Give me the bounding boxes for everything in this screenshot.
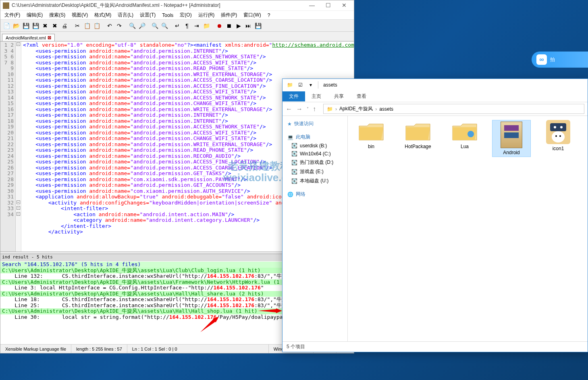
closeall-icon[interactable]: ✖ xyxy=(50,21,59,30)
tree-this-pc[interactable]: 💻此电脑 xyxy=(284,132,346,142)
tab-androidmanifest[interactable]: AndroidManifest.xml ⊠ xyxy=(2,34,55,41)
back-button[interactable]: ← xyxy=(286,105,292,113)
forward-button[interactable]: → xyxy=(296,105,303,113)
recent-dropdown[interactable]: ˅ xyxy=(307,107,309,111)
cut-icon[interactable]: ✂ xyxy=(73,21,82,30)
file-label: icon1 xyxy=(539,146,578,151)
savemacro-icon[interactable]: 💾 xyxy=(253,21,262,30)
close-icon[interactable]: ✖ xyxy=(41,21,50,30)
image-icon xyxy=(546,120,570,144)
paste-icon[interactable]: 📋 xyxy=(92,21,101,30)
file-label: Lua xyxy=(445,144,484,149)
open-icon[interactable]: 📂 xyxy=(12,21,21,30)
menu-macro[interactable]: 宏(O) xyxy=(177,11,194,19)
dropdown-icon[interactable]: ▾ xyxy=(306,80,316,90)
svg-point-5 xyxy=(560,126,563,128)
fold-toggle[interactable]: − xyxy=(17,212,20,216)
allchars-icon[interactable]: ¶ xyxy=(183,21,191,30)
fold-toggle[interactable]: − xyxy=(17,206,20,210)
explorer-title: assets xyxy=(323,82,337,88)
fold-toggle[interactable]: − xyxy=(17,200,20,204)
saveall-icon[interactable]: 💾 xyxy=(31,21,40,30)
menu-edit[interactable]: 编辑(E) xyxy=(24,11,45,19)
folder-icon[interactable]: 📁 xyxy=(285,80,295,90)
breadcrumb[interactable]: 📁 › ApkIDE_牛旋风 › assets xyxy=(323,104,584,114)
menu-help[interactable]: ? xyxy=(265,12,273,19)
undo-icon[interactable]: ↶ xyxy=(105,21,114,30)
menu-format[interactable]: 格式(M) xyxy=(92,11,114,19)
ribbon: 文件 主页 共享 查看 xyxy=(283,91,588,102)
wrap-icon[interactable]: ↵ xyxy=(173,21,182,30)
print-icon[interactable]: 🖨 xyxy=(60,21,69,30)
svg-point-2 xyxy=(467,131,474,137)
menu-tools[interactable]: Tools xyxy=(160,12,176,19)
menu-run[interactable]: 运行(R) xyxy=(196,11,217,19)
minimize-button[interactable]: — xyxy=(305,2,319,10)
explorer-statusbar: 5 个项目 xyxy=(283,341,588,352)
ribbon-view-tab[interactable]: 查看 xyxy=(350,91,373,101)
folder-lua[interactable]: Lua xyxy=(445,120,484,149)
close-button[interactable]: ✕ xyxy=(337,2,351,10)
titlebar[interactable]: C:\Users\Administrator\Desktop\ApkIDE_牛旋… xyxy=(0,0,354,11)
file-android-rar[interactable]: Android xyxy=(492,120,531,157)
folder-hotpackage[interactable]: HotPackage xyxy=(399,120,437,149)
playmulti-icon[interactable]: ⏭ xyxy=(244,21,253,30)
file-label: Android xyxy=(494,150,529,155)
menu-search[interactable]: 搜索(S) xyxy=(47,11,68,19)
properties-icon[interactable]: ☑ xyxy=(295,80,305,90)
tree-drive[interactable]: 💽userdisk (B:) xyxy=(284,142,346,150)
zoomout-icon[interactable]: 🔍 xyxy=(160,21,169,30)
menu-window[interactable]: 窗口(W) xyxy=(241,11,263,19)
ribbon-home-tab[interactable]: 主页 xyxy=(305,91,328,101)
replace-icon[interactable]: 🔎 xyxy=(137,21,146,30)
menu-file[interactable]: 文件(F) xyxy=(2,11,23,19)
svg-rect-3 xyxy=(550,123,566,131)
new-icon[interactable]: 📄 xyxy=(2,21,11,30)
explorer-window: 📁 ☑ ▾ assets 文件 主页 共享 查看 ← → ˅ ↑ 📁 › Apk… xyxy=(282,78,588,352)
stop-icon[interactable]: ⏹ xyxy=(224,21,233,30)
file-label: HotPackage xyxy=(399,144,437,149)
up-button[interactable]: ↑ xyxy=(313,105,316,113)
tree-network[interactable]: 🌐网络 xyxy=(284,190,346,199)
folder-bin[interactable]: bin xyxy=(352,120,391,149)
zoomin-icon[interactable]: 🔍 xyxy=(150,21,159,30)
tree-drive[interactable]: 💽Win10x64 (C:) xyxy=(284,150,346,158)
menu-language[interactable]: 语言(L) xyxy=(115,11,136,19)
tree-drive[interactable]: 💽热门游戏盘 (D:) xyxy=(284,158,346,167)
breadcrumb-item[interactable]: ApkIDE_牛旋风 xyxy=(339,105,373,112)
svg-point-4 xyxy=(554,126,556,128)
play-icon[interactable]: ▶ xyxy=(234,21,243,30)
menubar: 文件(F) 编辑(E) 搜索(S) 视图(V) 格式(M) 语言(L) 设置(T… xyxy=(0,11,354,20)
fold-margin[interactable]: − − − − xyxy=(16,41,21,252)
file-list[interactable]: bin HotPackage Lua Android icon1 xyxy=(348,116,588,341)
save-icon[interactable]: 💾 xyxy=(21,21,30,30)
maximize-button[interactable]: ☐ xyxy=(321,2,335,10)
menu-view[interactable]: 视图(V) xyxy=(69,11,90,19)
tree-drive[interactable]: 💽本地磁盘 (U:) xyxy=(284,176,346,186)
ribbon-file-tab[interactable]: 文件 xyxy=(283,91,305,101)
menu-plugins[interactable]: 插件(P) xyxy=(218,11,239,19)
indent-icon[interactable]: ⇥ xyxy=(192,21,201,30)
cloud-widget[interactable]: ∞ 拍 xyxy=(532,52,588,68)
copy-icon[interactable]: 📋 xyxy=(83,21,91,30)
status-position: Ln : 1 Col : 1 Sel : 0 | 0 xyxy=(127,345,269,353)
redo-icon[interactable]: ↷ xyxy=(115,21,124,30)
tree-quick-access[interactable]: ★快速访问 xyxy=(284,119,346,128)
file-icon1[interactable]: icon1 xyxy=(539,120,578,151)
navigation-tree[interactable]: ★快速访问 💻此电脑 💽userdisk (B:) 💽Win10x64 (C:)… xyxy=(283,116,348,341)
navigation-bar: ← → ˅ ↑ 📁 › ApkIDE_牛旋风 › assets xyxy=(283,102,588,116)
status-filetype: Xensible Markup Language file xyxy=(0,345,71,353)
find-icon[interactable]: 🔍 xyxy=(128,21,137,30)
tab-close-icon[interactable]: ⊠ xyxy=(48,35,51,40)
cloud-icon: ∞ xyxy=(536,54,547,65)
tree-drive[interactable]: 💽游戏盘 (E:) xyxy=(284,167,346,176)
cloud-label: 拍 xyxy=(550,56,555,63)
folder-icon[interactable]: 📁 xyxy=(202,21,211,30)
explorer-titlebar[interactable]: 📁 ☑ ▾ assets xyxy=(283,79,588,91)
fold-toggle[interactable]: − xyxy=(17,42,20,46)
record-icon[interactable]: ⏺ xyxy=(215,21,224,30)
tab-bar: AndroidManifest.xml ⊠ xyxy=(0,32,354,41)
breadcrumb-item[interactable]: assets xyxy=(379,106,393,112)
menu-settings[interactable]: 设置(T) xyxy=(137,11,158,19)
ribbon-share-tab[interactable]: 共享 xyxy=(328,91,350,101)
